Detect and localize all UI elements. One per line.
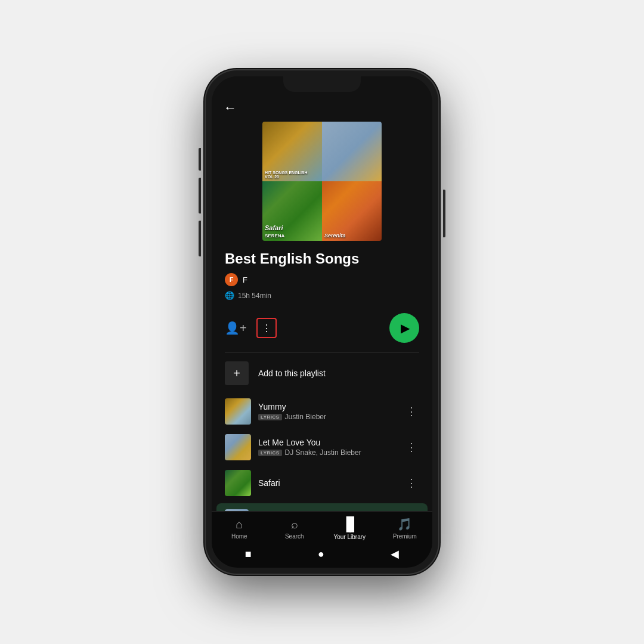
- nav-search[interactable]: ⌕ Search: [277, 518, 312, 540]
- add-playlist-label: Add to this playlist: [258, 369, 326, 378]
- track-thumbnail-lmly: [225, 434, 251, 460]
- track-dots-lmly[interactable]: ⋮: [404, 438, 419, 456]
- lyrics-badge-yummy: LYRICS: [258, 414, 282, 420]
- play-icon: ▶: [401, 321, 410, 335]
- collage-cell-1: HIT SONGS ENGLISHVOL 20: [262, 122, 322, 181]
- collage-label-1: HIT SONGS ENGLISHVOL 20: [265, 171, 308, 179]
- header: ← HIT SONGS ENGLISHVOL 20 SafariSERENA S…: [212, 76, 432, 241]
- playlist-meta: 🌐 15h 54min: [225, 291, 419, 300]
- playlist-title: Best English Songs: [225, 250, 419, 267]
- collage-label-3: SafariSERENA: [265, 224, 284, 239]
- controls-row: 👤+ ⋮ ▶: [212, 313, 432, 352]
- track-meta-lmly: LYRICS DJ Snake, Justin Bieber: [258, 448, 397, 457]
- playlist-author: F F: [225, 273, 419, 286]
- collage-cell-4: Serenita: [322, 181, 382, 241]
- track-thumbnail-safari: [225, 470, 251, 496]
- collage-label-4: Serenita: [324, 233, 346, 239]
- android-triangle[interactable]: ◀: [391, 547, 399, 561]
- power-button: [443, 190, 445, 237]
- android-square[interactable]: ■: [245, 548, 252, 561]
- search-icon: ⌕: [291, 518, 298, 531]
- library-label: Your Library: [333, 534, 366, 540]
- playlist-duration: 15h 54min: [238, 292, 271, 300]
- now-playing-bar[interactable]: Let Me Love You DJ Snake ⊞ ♡ ▶: [216, 503, 428, 511]
- author-avatar: F: [225, 273, 238, 286]
- track-dots-safari[interactable]: ⋮: [404, 474, 419, 492]
- notch: [283, 76, 361, 92]
- nav-premium[interactable]: 🎵 Premium: [387, 517, 423, 540]
- track-name-safari: Safari: [258, 478, 397, 488]
- screen-content: ← HIT SONGS ENGLISHVOL 20 SafariSERENA S…: [212, 76, 432, 511]
- globe-icon: 🌐: [225, 291, 234, 300]
- add-friend-icon[interactable]: 👤+: [225, 321, 247, 335]
- track-name-yummy: Yummy: [258, 402, 397, 411]
- plus-icon: +: [225, 361, 249, 385]
- collage-cell-3: SafariSERENA: [262, 181, 322, 241]
- search-label: Search: [285, 533, 304, 540]
- nav-library[interactable]: ▐▌ Your Library: [332, 516, 367, 540]
- nav-home[interactable]: ⌂ Home: [221, 518, 257, 540]
- play-button[interactable]: ▶: [389, 313, 419, 343]
- track-info-lmly: Let Me Love You LYRICS DJ Snake, Justin …: [258, 438, 397, 457]
- volume-up-button: [199, 178, 201, 213]
- android-nav: ■ ● ◀: [212, 543, 432, 568]
- lyrics-badge-lmly: LYRICS: [258, 450, 282, 456]
- premium-icon: 🎵: [397, 517, 412, 531]
- library-icon: ▐▌: [342, 516, 358, 532]
- track-artist-lmly: DJ Snake, Justin Bieber: [285, 448, 361, 457]
- author-name: F: [243, 275, 247, 284]
- track-thumbnail-yummy: [225, 398, 251, 425]
- track-dots-yummy[interactable]: ⋮: [404, 402, 419, 420]
- collage-cell-2: [322, 122, 382, 181]
- track-meta-yummy: LYRICS Justin Bieber: [258, 413, 397, 421]
- premium-label: Premium: [393, 533, 417, 540]
- bottom-nav: ⌂ Home ⌕ Search ▐▌ Your Library 🎵 Premiu…: [212, 511, 432, 543]
- track-info-safari: Safari: [258, 478, 397, 488]
- album-collage: HIT SONGS ENGLISHVOL 20 SafariSERENA Ser…: [262, 122, 382, 241]
- phone-screen: ← HIT SONGS ENGLISHVOL 20 SafariSERENA S…: [212, 76, 432, 568]
- track-row: Yummy LYRICS Justin Bieber ⋮: [212, 394, 432, 429]
- track-row: Safari ⋮: [212, 465, 432, 501]
- android-circle[interactable]: ●: [318, 548, 324, 561]
- add-to-playlist-row[interactable]: + Add to this playlist: [212, 353, 432, 394]
- volume-down-button: [199, 221, 201, 256]
- track-name-lmly: Let Me Love You: [258, 438, 397, 447]
- track-artist-yummy: Justin Bieber: [285, 413, 326, 421]
- back-button[interactable]: ←: [224, 100, 237, 116]
- home-icon: ⌂: [236, 518, 243, 531]
- phone-frame: ← HIT SONGS ENGLISHVOL 20 SafariSERENA S…: [206, 70, 438, 574]
- track-row: Let Me Love You LYRICS DJ Snake, Justin …: [212, 429, 432, 465]
- playlist-info: Best English Songs F F 🌐 15h 54min: [212, 250, 432, 313]
- more-options-button[interactable]: ⋮: [256, 318, 277, 338]
- home-label: Home: [231, 533, 247, 540]
- track-info-yummy: Yummy LYRICS Justin Bieber: [258, 402, 397, 421]
- mute-button: [199, 148, 201, 171]
